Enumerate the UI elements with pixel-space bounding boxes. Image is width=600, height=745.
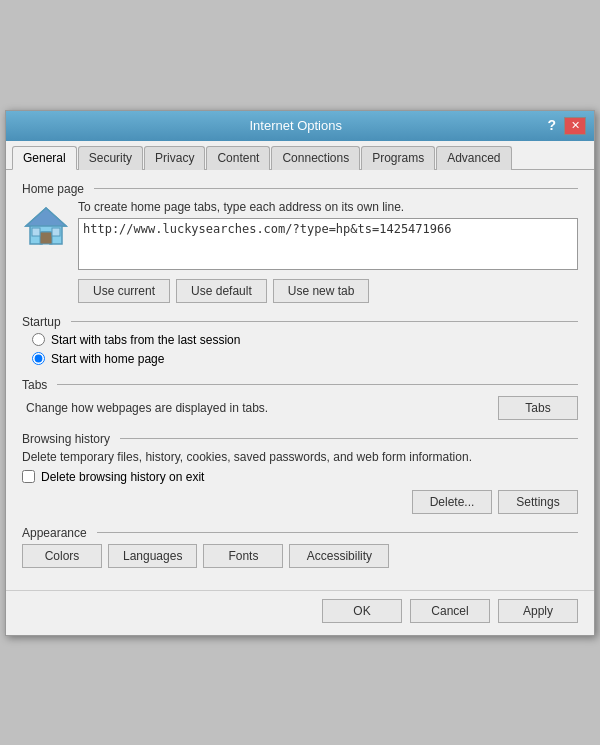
appearance-buttons: Colors Languages Fonts Accessibility [22,544,578,568]
appearance-section-label: Appearance [22,526,578,540]
homepage-buttons: Use current Use default Use new tab [78,279,578,303]
tab-content[interactable]: Content [206,146,270,170]
colors-button[interactable]: Colors [22,544,102,568]
apply-button[interactable]: Apply [498,599,578,623]
history-buttons: Delete... Settings [22,490,578,514]
browsing-section-label: Browsing history [22,432,578,446]
appearance-section: Appearance Colors Languages Fonts Access… [22,526,578,568]
tab-content-area: Home page To create home page tabs, type… [6,170,594,590]
cancel-button[interactable]: Cancel [410,599,490,623]
window-title: Internet Options [44,118,547,133]
ok-button[interactable]: OK [322,599,402,623]
tabs-description: Change how webpages are displayed in tab… [26,401,268,415]
svg-rect-4 [52,228,60,236]
startup-radio-group: Start with tabs from the last session St… [22,333,578,366]
tab-programs[interactable]: Programs [361,146,435,170]
title-bar: Internet Options ? ✕ [6,111,594,141]
homepage-desc: To create home page tabs, type each addr… [78,200,578,214]
svg-rect-3 [32,228,40,236]
svg-rect-1 [40,232,52,244]
url-input-area [78,218,578,273]
browsing-section: Browsing history Delete temporary files,… [22,432,578,514]
use-current-button[interactable]: Use current [78,279,170,303]
internet-options-window: Internet Options ? ✕ General Security Pr… [5,110,595,636]
tab-general[interactable]: General [12,146,77,170]
languages-button[interactable]: Languages [108,544,197,568]
tabs-row: Change how webpages are displayed in tab… [22,396,578,420]
help-button[interactable]: ? [547,117,556,135]
close-button[interactable]: ✕ [564,117,586,135]
svg-marker-2 [26,208,66,226]
startup-section: Startup Start with tabs from the last se… [22,315,578,366]
tabs-button[interactable]: Tabs [498,396,578,420]
accessibility-button[interactable]: Accessibility [289,544,389,568]
use-default-button[interactable]: Use default [176,279,267,303]
tabs-section-label: Tabs [22,378,578,392]
house-icon [22,202,70,250]
tab-bar: General Security Privacy Content Connect… [6,141,594,170]
startup-option2: Start with home page [32,352,578,366]
delete-history-label[interactable]: Delete browsing history on exit [41,470,204,484]
startup-radio1[interactable] [32,333,45,346]
browsing-description: Delete temporary files, history, cookies… [22,450,578,464]
bottom-bar: OK Cancel Apply [6,590,594,635]
delete-button[interactable]: Delete... [412,490,492,514]
startup-option1-label[interactable]: Start with tabs from the last session [51,333,240,347]
startup-option2-label[interactable]: Start with home page [51,352,164,366]
startup-radio2[interactable] [32,352,45,365]
tab-privacy[interactable]: Privacy [144,146,205,170]
homepage-row: To create home page tabs, type each addr… [22,200,578,303]
homepage-url-input[interactable] [78,218,578,270]
tab-security[interactable]: Security [78,146,143,170]
fonts-button[interactable]: Fonts [203,544,283,568]
delete-history-checkbox[interactable] [22,470,35,483]
title-controls: ? ✕ [547,117,586,135]
delete-history-checkbox-row: Delete browsing history on exit [22,470,578,484]
settings-button[interactable]: Settings [498,490,578,514]
tab-advanced[interactable]: Advanced [436,146,511,170]
homepage-section-label: Home page [22,182,578,196]
use-new-tab-button[interactable]: Use new tab [273,279,370,303]
homepage-right: To create home page tabs, type each addr… [78,200,578,303]
homepage-section: Home page To create home page tabs, type… [22,182,578,303]
startup-option1: Start with tabs from the last session [32,333,578,347]
tabs-section: Tabs Change how webpages are displayed i… [22,378,578,420]
tab-connections[interactable]: Connections [271,146,360,170]
startup-section-label: Startup [22,315,578,329]
